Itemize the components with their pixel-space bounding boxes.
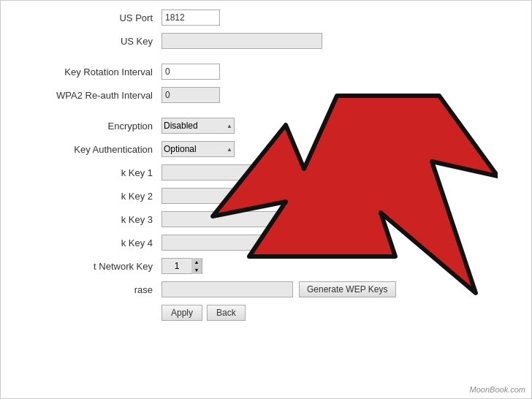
input-wk-key4[interactable] [162,235,322,251]
label-wk-key1: k Key 1 [8,167,162,178]
input-wpa2-reauth[interactable] [162,87,220,103]
row-wk-key1: k Key 1 [8,163,517,182]
select-key-auth[interactable]: Optional Required [162,141,235,157]
label-wk-key3: k Key 3 [8,214,162,225]
stepper-wrapper: ▲ ▼ [162,258,202,274]
row-key-rotation: Key Rotation Interval [8,62,517,81]
select-wrapper-key-auth: Optional Required [162,141,235,157]
label-key-rotation: Key Rotation Interval [8,66,162,77]
label-radius-key: US Key [8,36,162,47]
spacer2 [8,109,517,116]
label-wk-key2: k Key 2 [8,191,162,202]
input-key-rotation[interactable] [162,64,220,80]
label-wpa2-reauth: WPA2 Re-auth Interval [8,90,162,101]
row-wk-key3: k Key 3 [8,210,517,229]
spacer1 [8,55,517,62]
back-button[interactable]: Back [207,305,246,321]
input-wk-key2[interactable] [162,188,322,204]
input-wk-key3[interactable] [162,211,322,227]
label-encryption: Encryption [8,121,162,132]
row-passphrase: rase Generate WEP Keys [8,280,517,299]
row-wk-key2: k Key 2 [8,186,517,205]
label-radius-port: US Port [8,12,162,23]
row-wk-key4: k Key 4 [8,233,517,252]
label-passphrase: rase [8,284,162,295]
stepper-down-button[interactable]: ▼ [191,266,202,274]
row-radius-key: US Key [8,31,517,50]
input-wk-key1[interactable] [162,164,322,180]
select-encryption[interactable]: Disabled WEP WPA WPA2 [162,118,235,134]
row-default-key: t Network Key ▲ ▼ [8,256,517,276]
stepper-up-button[interactable]: ▲ [191,258,202,266]
apply-button[interactable]: Apply [162,305,202,321]
row-encryption: Encryption Disabled WEP WPA WPA2 [8,116,517,135]
row-wpa2-reauth: WPA2 Re-auth Interval [8,86,517,104]
form-area: US Port US Key Key Rotation Interval WPA… [1,1,531,328]
stepper-input-default-key[interactable] [162,259,191,273]
row-radius-port: US Port [8,8,517,27]
page-wrapper: US Port US Key Key Rotation Interval WPA… [0,0,532,399]
input-radius-key[interactable] [162,33,322,49]
row-key-auth: Key Authentication Optional Required [8,140,517,159]
label-key-auth: Key Authentication [8,144,162,155]
select-wrapper-encryption: Disabled WEP WPA WPA2 [162,118,235,134]
label-wk-key4: k Key 4 [8,238,162,248]
input-passphrase[interactable] [162,281,293,297]
watermark: MoonBook.com [470,385,525,394]
stepper-buttons: ▲ ▼ [191,258,202,274]
button-row: Apply Back [8,305,517,321]
generate-wep-keys-button[interactable]: Generate WEP Keys [299,281,396,297]
input-radius-port[interactable] [162,10,220,26]
label-default-key: t Network Key [8,261,162,272]
